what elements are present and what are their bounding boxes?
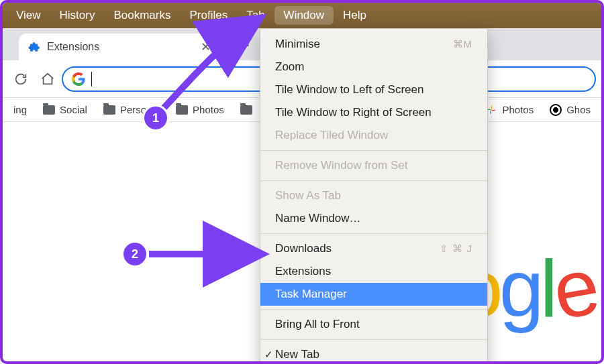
bookmark-label: Ghos [566,104,591,115]
menu-separator [260,150,487,151]
bookmark-label: Photos [502,104,534,115]
menu-item-label: Tile Window to Left of Screen [275,83,423,97]
bookmark-ghostery[interactable]: Ghos [542,104,599,116]
folder-icon [103,105,115,115]
menu-item-name-window[interactable]: Name Window… [260,207,487,230]
menu-item-replace-tiled-window: Replace Tiled Window [260,124,487,147]
menu-item-label: Name Window… [275,212,361,225]
annotation-badge-1: 1 [144,107,167,129]
menu-item-bring-all-to-front[interactable]: Bring All to Front [260,313,487,336]
bookmark-cut-left[interactable]: ing [5,104,35,115]
menu-item-label: Replace Tiled Window [275,129,388,142]
ghostery-icon [550,104,562,116]
menu-item-label: Tile Window to Right of Screen [275,106,432,119]
menu-shortcut: ⌘M [453,38,473,50]
menu-item-label: Zoom [275,60,304,74]
reload-button[interactable] [13,72,28,86]
menu-item-task-manager[interactable]: Task Manager [260,283,487,306]
bookmark-label: Photos [193,104,224,115]
bookmark-folder-photos[interactable]: Photos [168,104,232,115]
menu-view[interactable]: View [7,6,50,25]
menu-item-tile-window-to-right-of-screen[interactable]: Tile Window to Right of Screen [260,101,487,124]
menu-item-label: New Tab [275,348,319,361]
menu-item-new-tab[interactable]: ✓New Tab [260,343,487,364]
menu-item-label: Extensions [275,265,331,278]
annotation-badge-2: 2 [123,243,146,265]
menu-item-label: Remove Window from Set [275,159,407,172]
menu-item-zoom[interactable]: Zoom [260,56,487,78]
menu-separator [260,339,487,340]
loading-spinner-icon [224,37,236,49]
menu-shortcut: ⇧ ⌘ J [440,243,472,255]
address-caret [91,72,92,86]
menu-tab[interactable]: Tab [237,6,274,25]
folder-icon [240,105,252,115]
menu-item-remove-window-from-set: Remove Window from Set [260,154,487,177]
macos-menubar: View History Bookmarks Profiles Tab Wind… [3,3,601,28]
bookmark-label: Social [60,104,87,115]
menu-item-downloads[interactable]: Downloads⇧ ⌘ J [260,237,487,260]
annotation-arrow-2 [144,244,271,264]
menu-item-label: Minimise [275,38,320,51]
home-button[interactable] [40,72,55,86]
menu-item-label: Show As Tab [275,189,341,202]
menu-window[interactable]: Window [274,6,334,25]
bookmark-folder-social[interactable]: Social [35,104,95,115]
menu-separator [260,233,487,234]
menu-item-label: Downloads [275,242,332,255]
tab-extensions[interactable]: Extensions ✕ [19,34,220,60]
window-menu-dropdown: Minimise⌘MZoomTile Window to Left of Scr… [260,28,488,364]
folder-icon [43,105,55,115]
menu-help[interactable]: Help [334,6,376,25]
menu-item-label: Bring All to Front [275,318,360,331]
menu-profiles[interactable]: Profiles [180,6,237,25]
tab-title: Extensions [47,41,99,53]
google-g-icon [71,72,86,86]
menu-item-label: Task Manager [275,288,347,301]
check-icon: ✓ [264,349,275,361]
tab2-initial: N [242,37,250,49]
menu-separator [260,309,487,310]
menu-bookmarks[interactable]: Bookmarks [104,6,180,25]
menu-history[interactable]: History [50,6,105,25]
puzzle-piece-icon [28,41,40,53]
tab-close-button[interactable]: ✕ [201,40,211,54]
menu-item-show-as-tab: Show As Tab [260,184,487,207]
menu-item-extensions[interactable]: Extensions [260,260,487,283]
folder-icon [176,105,188,115]
tab-loading[interactable]: N [224,37,250,49]
menu-item-tile-window-to-left-of-screen[interactable]: Tile Window to Left of Screen [260,78,487,101]
menu-separator [260,180,487,181]
menu-item-minimise[interactable]: Minimise⌘M [260,33,487,56]
